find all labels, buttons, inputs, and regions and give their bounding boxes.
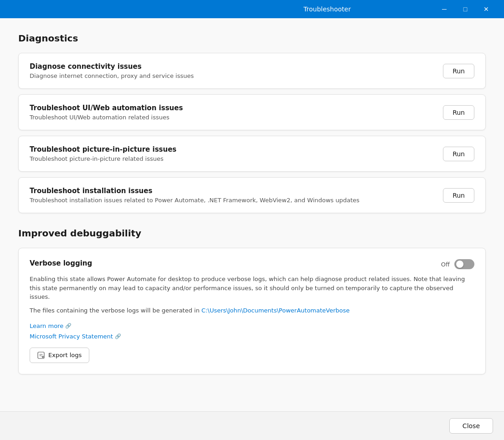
pip-card: Troubleshoot picture-in-picture issues T…: [18, 136, 486, 172]
footer: Close: [0, 411, 504, 440]
learn-more-external-icon: 🔗: [65, 323, 72, 329]
toggle-area: Off: [441, 259, 474, 269]
privacy-statement-link[interactable]: Microsoft Privacy Statement 🔗: [30, 333, 121, 340]
pip-card-title: Troubleshoot picture-in-picture issues: [30, 145, 432, 153]
learn-more-link[interactable]: Learn more 🔗: [30, 322, 72, 329]
installation-card-title: Troubleshoot installation issues: [30, 187, 432, 195]
privacy-external-icon: 🔗: [115, 333, 121, 339]
verbose-path-prefix: The files containing the verbose logs wi…: [30, 307, 201, 314]
ui-automation-run-button[interactable]: Run: [443, 105, 474, 120]
verbose-desc: Enabling this state allows Power Automat…: [30, 275, 474, 302]
ui-automation-card: Troubleshoot UI/Web automation issues Tr…: [18, 94, 486, 130]
export-logs-button[interactable]: Export logs: [30, 348, 89, 363]
diagnostics-section-title: Diagnostics: [18, 33, 486, 44]
debuggability-section-title: Improved debuggability: [18, 228, 486, 239]
verbose-title: Verbose logging: [30, 259, 92, 267]
installation-card-desc: Troubleshoot installation issues related…: [30, 197, 432, 204]
export-icon: [37, 352, 45, 359]
installation-card-text: Troubleshoot installation issues Trouble…: [30, 187, 443, 204]
privacy-statement-line: Microsoft Privacy Statement 🔗: [30, 332, 474, 340]
installation-run-button[interactable]: Run: [443, 188, 474, 203]
toggle-off-label: Off: [441, 261, 450, 268]
verbose-toggle[interactable]: [454, 259, 474, 269]
learn-more-line: Learn more 🔗: [30, 321, 474, 330]
pip-run-button[interactable]: Run: [443, 147, 474, 161]
title-bar: Troubleshooter ─ □ ✕: [0, 0, 504, 18]
verbose-path-text: The files containing the verbose logs wi…: [30, 307, 474, 314]
close-button[interactable]: Close: [449, 418, 493, 434]
ui-automation-card-title: Troubleshoot UI/Web automation issues: [30, 104, 432, 112]
connectivity-card-title: Diagnose connectivity issues: [30, 62, 432, 71]
window-title: Troubleshooter: [221, 5, 434, 13]
window-controls: ─ □ ✕: [434, 0, 497, 18]
connectivity-run-button[interactable]: Run: [443, 64, 474, 78]
verbose-path-link[interactable]: C:\Users\John\Documents\PowerAutomateVer…: [201, 307, 350, 314]
installation-card: Troubleshoot installation issues Trouble…: [18, 177, 486, 213]
privacy-statement-label: Microsoft Privacy Statement: [30, 333, 113, 340]
ui-automation-card-text: Troubleshoot UI/Web automation issues Tr…: [30, 104, 443, 121]
toggle-knob: [456, 261, 463, 268]
verbose-header: Verbose logging Off: [30, 259, 474, 269]
maximize-button[interactable]: □: [455, 0, 476, 18]
main-content: Diagnostics Diagnose connectivity issues…: [0, 18, 504, 411]
verbose-logging-card: Verbose logging Off Enabling this state …: [18, 248, 486, 374]
learn-more-label: Learn more: [30, 322, 63, 329]
minimize-button[interactable]: ─: [434, 0, 455, 18]
window-close-button[interactable]: ✕: [476, 0, 497, 18]
export-logs-label: Export logs: [48, 352, 82, 358]
pip-card-text: Troubleshoot picture-in-picture issues T…: [30, 145, 443, 162]
ui-automation-card-desc: Troubleshoot UI/Web automation related i…: [30, 114, 432, 121]
pip-card-desc: Troubleshoot picture-in-picture related …: [30, 155, 432, 162]
connectivity-card: Diagnose connectivity issues Diagnose in…: [18, 53, 486, 89]
connectivity-card-desc: Diagnose internet connection, proxy and …: [30, 72, 432, 79]
connectivity-card-text: Diagnose connectivity issues Diagnose in…: [30, 62, 443, 79]
